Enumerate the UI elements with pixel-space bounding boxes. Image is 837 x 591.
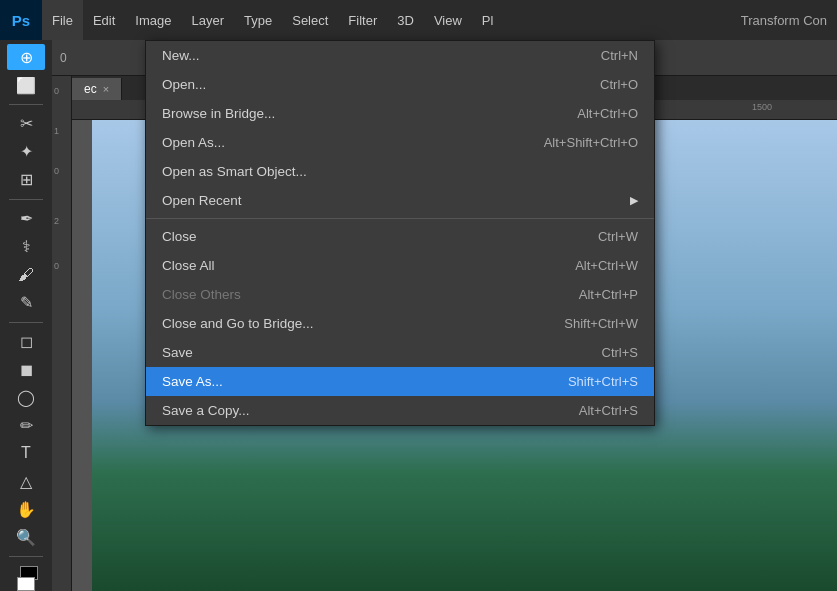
toolbar-sep-4 bbox=[9, 556, 43, 557]
pen-tool[interactable]: ✏ bbox=[7, 412, 45, 438]
ruler-v-label-3: 2 bbox=[54, 216, 59, 226]
menu-open[interactable]: Open... Ctrl+O bbox=[146, 70, 654, 99]
toolbar-sep-2 bbox=[9, 199, 43, 200]
menu-open-recent-label: Open Recent bbox=[162, 193, 242, 208]
toolbar-sep-3 bbox=[9, 322, 43, 323]
menu-item-select[interactable]: Select bbox=[282, 0, 338, 40]
menu-new-label: New... bbox=[162, 48, 200, 63]
menu-save-as-shortcut: Shift+Ctrl+S bbox=[568, 374, 638, 389]
menu-item-edit[interactable]: Edit bbox=[83, 0, 125, 40]
menu-close-others-shortcut: Alt+Ctrl+P bbox=[579, 287, 638, 302]
text-tool[interactable]: T bbox=[7, 440, 45, 466]
menu-item-3d[interactable]: 3D bbox=[387, 0, 424, 40]
menu-new[interactable]: New... Ctrl+N bbox=[146, 41, 654, 70]
stamp-tool[interactable]: ✎ bbox=[7, 290, 45, 316]
menu-close-others-label: Close Others bbox=[162, 287, 241, 302]
magic-wand-tool[interactable]: ✦ bbox=[7, 139, 45, 165]
separator-1 bbox=[146, 218, 654, 219]
menu-close-label: Close bbox=[162, 229, 197, 244]
ruler-v-label-2: 0 bbox=[54, 166, 59, 176]
menu-save-copy-shortcut: Alt+Ctrl+S bbox=[579, 403, 638, 418]
menu-item-type[interactable]: Type bbox=[234, 0, 282, 40]
menu-open-as[interactable]: Open As... Alt+Shift+Ctrl+O bbox=[146, 128, 654, 157]
menu-save-copy[interactable]: Save a Copy... Alt+Ctrl+S bbox=[146, 396, 654, 425]
tab-label: ec bbox=[84, 82, 97, 96]
menu-browse-bridge[interactable]: Browse in Bridge... Alt+Ctrl+O bbox=[146, 99, 654, 128]
toolbar: ⊕ ⬜ ✂ ✦ ⊞ ✒ ⚕ 🖌 ✎ ◻ ◼ ◯ ✏ T △ ✋ 🔍 bbox=[0, 40, 52, 591]
submenu-arrow-icon: ▶ bbox=[630, 194, 638, 207]
menu-item-image[interactable]: Image bbox=[125, 0, 181, 40]
menu-open-as-shortcut: Alt+Shift+Ctrl+O bbox=[544, 135, 638, 150]
move-tool[interactable]: ⊕ bbox=[7, 44, 45, 70]
menu-open-smart-label: Open as Smart Object... bbox=[162, 164, 307, 179]
shape-tool[interactable]: △ bbox=[7, 468, 45, 494]
menu-item-filter[interactable]: Filter bbox=[338, 0, 387, 40]
eraser-tool[interactable]: ◻ bbox=[7, 328, 45, 354]
menu-open-recent[interactable]: Open Recent ▶ bbox=[146, 186, 654, 215]
transform-controls-label: Transform Con bbox=[741, 13, 827, 28]
menu-open-as-label: Open As... bbox=[162, 135, 225, 150]
file-dropdown-menu: New... Ctrl+N Open... Ctrl+O Browse in B… bbox=[145, 40, 655, 426]
ruler-h-label-1500: 1500 bbox=[752, 102, 772, 112]
ruler-vertical: 0 1 0 2 0 bbox=[52, 76, 72, 591]
toolbar-sep-1 bbox=[9, 104, 43, 105]
menu-close-shortcut: Ctrl+W bbox=[598, 229, 638, 244]
options-value: 0 bbox=[60, 51, 67, 65]
hand-tool[interactable]: ✋ bbox=[7, 496, 45, 522]
ps-logo: Ps bbox=[0, 0, 42, 40]
menu-close-others: Close Others Alt+Ctrl+P bbox=[146, 280, 654, 309]
dodge-tool[interactable]: ◯ bbox=[7, 384, 45, 410]
foreground-color[interactable] bbox=[7, 563, 45, 591]
menu-close-all[interactable]: Close All Alt+Ctrl+W bbox=[146, 251, 654, 280]
menu-close[interactable]: Close Ctrl+W bbox=[146, 222, 654, 251]
menu-save[interactable]: Save Ctrl+S bbox=[146, 338, 654, 367]
menu-open-smart[interactable]: Open as Smart Object... bbox=[146, 157, 654, 186]
ruler-v-label-4: 0 bbox=[54, 261, 59, 271]
menu-new-shortcut: Ctrl+N bbox=[601, 48, 638, 63]
menu-item-file[interactable]: File bbox=[42, 0, 83, 40]
menu-close-all-label: Close All bbox=[162, 258, 215, 273]
menu-save-shortcut: Ctrl+S bbox=[602, 345, 638, 360]
tab-close-icon[interactable]: × bbox=[103, 83, 109, 95]
menu-close-bridge[interactable]: Close and Go to Bridge... Shift+Ctrl+W bbox=[146, 309, 654, 338]
menu-browse-bridge-label: Browse in Bridge... bbox=[162, 106, 275, 121]
menu-close-bridge-label: Close and Go to Bridge... bbox=[162, 316, 314, 331]
lasso-tool[interactable]: ✂ bbox=[7, 111, 45, 137]
menu-item-layer[interactable]: Layer bbox=[182, 0, 235, 40]
menu-bar-right: Transform Con bbox=[741, 13, 837, 28]
eyedropper-tool[interactable]: ✒ bbox=[7, 206, 45, 232]
menu-bar: Ps File Edit Image Layer Type Select Fil… bbox=[0, 0, 837, 40]
menu-close-bridge-shortcut: Shift+Ctrl+W bbox=[564, 316, 638, 331]
menu-save-label: Save bbox=[162, 345, 193, 360]
spot-heal-tool[interactable]: ⚕ bbox=[7, 234, 45, 260]
menu-browse-bridge-shortcut: Alt+Ctrl+O bbox=[577, 106, 638, 121]
menu-save-as[interactable]: Save As... Shift+Ctrl+S bbox=[146, 367, 654, 396]
menu-item-pl[interactable]: Pl bbox=[472, 0, 504, 40]
zoom-tool[interactable]: 🔍 bbox=[7, 524, 45, 550]
select-tool[interactable]: ⬜ bbox=[7, 72, 45, 98]
menu-save-copy-label: Save a Copy... bbox=[162, 403, 250, 418]
crop-tool[interactable]: ⊞ bbox=[7, 167, 45, 193]
menu-save-as-label: Save As... bbox=[162, 374, 223, 389]
ruler-v-label-1: 1 bbox=[54, 126, 59, 136]
gradient-tool[interactable]: ◼ bbox=[7, 356, 45, 382]
menu-open-shortcut: Ctrl+O bbox=[600, 77, 638, 92]
menu-open-label: Open... bbox=[162, 77, 206, 92]
tab-document[interactable]: ec × bbox=[72, 78, 122, 100]
brush-tool[interactable]: 🖌 bbox=[7, 262, 45, 288]
menu-item-view[interactable]: View bbox=[424, 0, 472, 40]
ruler-v-label-0: 0 bbox=[54, 86, 59, 96]
menu-close-all-shortcut: Alt+Ctrl+W bbox=[575, 258, 638, 273]
